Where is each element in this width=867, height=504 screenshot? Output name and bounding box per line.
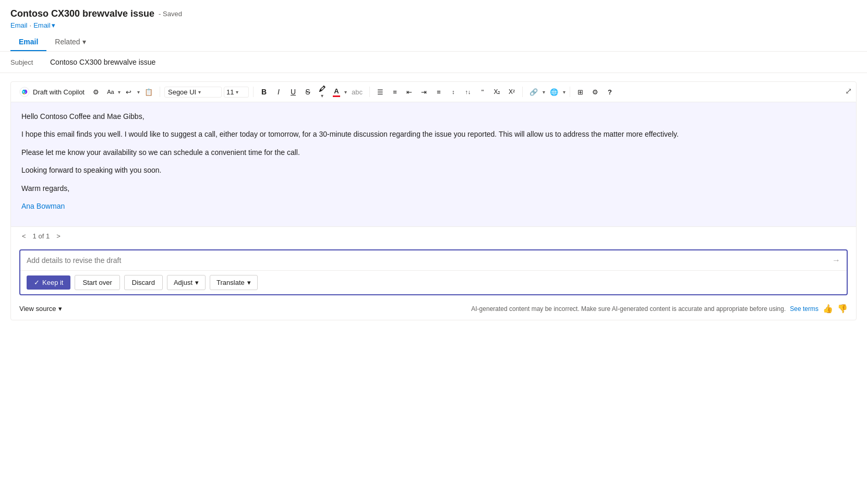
align-button[interactable]: ≡ (432, 85, 445, 99)
strikethrough2-button[interactable]: abc (349, 85, 365, 99)
font-color-chevron-icon: ▾ (344, 89, 347, 95)
thumbs-up-button[interactable]: 👍 (823, 304, 833, 314)
paragraph-style-button[interactable]: ↑↓ (462, 85, 474, 99)
keep-it-button[interactable]: ✓ Keep it (27, 275, 70, 290)
decrease-indent-button[interactable]: ⇤ (403, 85, 416, 99)
tab-related[interactable]: Related ▾ (46, 33, 94, 51)
view-source-button[interactable]: View source ▾ (19, 305, 62, 313)
toolbar-divider-4 (522, 87, 523, 97)
tab-email[interactable]: Email (10, 33, 46, 51)
paragraph1-text: I hope this email finds you well. I woul… (21, 128, 846, 140)
font-size-select[interactable]: 11 ▾ (224, 87, 249, 98)
increase-indent-button[interactable]: ⇥ (418, 85, 430, 99)
toolbar-options-btn[interactable]: ⚙ (90, 85, 102, 99)
paragraph-spacing-button[interactable]: ↕ (447, 85, 460, 99)
email-editor: ⤢ Draft with Copilot ⚙ Aa ▾ (10, 81, 857, 320)
breadcrumb-email2[interactable]: Email ▾ (33, 21, 55, 29)
undo-btn[interactable]: ↩ (123, 85, 135, 99)
revision-input-row: → (20, 250, 847, 270)
bullets-button[interactable]: ☰ (374, 85, 387, 99)
signature-text: Ana Bowman (21, 200, 846, 212)
link-chevron-icon: ▾ (543, 89, 545, 95)
underline-button[interactable]: U (287, 85, 299, 99)
strikethrough-button[interactable]: S (302, 85, 314, 99)
editor-content[interactable]: Hello Contoso Coffee and Mae Gibbs, I ho… (11, 102, 856, 226)
footer-disclaimer: AI-generated content may be incorrect. M… (471, 304, 848, 314)
font-size-btn[interactable]: Aa (104, 85, 117, 99)
font-family-select[interactable]: Segoe UI ▾ (164, 87, 222, 98)
subject-label: Subject (10, 58, 42, 66)
toolbar-divider-3 (369, 87, 370, 97)
quote-button[interactable]: " (476, 85, 489, 99)
subject-row: Subject Contoso CX300 brewvalve issue (0, 52, 867, 73)
breadcrumb-email1[interactable]: Email (10, 21, 28, 29)
paragraph2-text: Please let me know your availability so … (21, 147, 846, 158)
font-family-chevron-icon: ▾ (198, 89, 201, 95)
breadcrumb-chevron-icon: ▾ (52, 21, 55, 29)
toolbar-divider-1 (160, 87, 160, 97)
start-over-button[interactable]: Start over (75, 275, 119, 290)
revision-input[interactable] (27, 256, 832, 265)
more-options-button[interactable]: ⚙ (589, 85, 601, 99)
thumbs-down-button[interactable]: 👎 (837, 304, 848, 314)
prev-page-button[interactable]: < (19, 231, 29, 241)
page-counter: 1 of 1 (33, 232, 50, 240)
clipboard-btn[interactable]: 📋 (142, 85, 155, 99)
see-terms-link[interactable]: See terms (790, 305, 818, 313)
font-color-button[interactable]: A (331, 86, 342, 98)
font-color-bar (333, 95, 340, 97)
toolbar-divider-5 (570, 87, 570, 97)
undo-chevron-icon: ▾ (137, 89, 140, 95)
keep-checkmark-icon: ✓ (34, 279, 40, 286)
help-button[interactable]: ? (604, 85, 616, 99)
hyperlink-chevron-icon: ▾ (563, 89, 565, 95)
link-button[interactable]: 🔗 (527, 85, 540, 99)
editor-toolbar: Draft with Copilot ⚙ Aa ▾ ↩ ▾ 📋 Segoe UI… (11, 82, 856, 102)
highlight-chevron-icon: ▾ (321, 93, 323, 99)
subject-value: Contoso CX300 brewvalve issue (50, 58, 857, 66)
revision-actions-row: ✓ Keep it Start over Discard Adjust ▾ Tr… (20, 270, 847, 294)
toolbar-divider-2 (253, 87, 254, 97)
paragraph3-text: Looking forward to speaking with you soo… (21, 164, 846, 176)
subscript-button[interactable]: X₂ (491, 85, 503, 99)
hyperlink-button[interactable]: 🌐 (547, 85, 561, 99)
breadcrumb-separator: · (30, 21, 32, 29)
view-source-chevron-icon: ▾ (58, 305, 62, 313)
email-header: Contoso CX300 brewvalve issue - Saved Em… (0, 0, 867, 52)
font-size-chevron-icon: ▾ (118, 89, 121, 95)
copilot-button[interactable]: Draft with Copilot (16, 85, 88, 99)
closing-text: Warm regards, (21, 183, 846, 194)
saved-badge: - Saved (159, 10, 182, 18)
translate-chevron-icon: ▾ (247, 279, 251, 286)
footer-row: View source ▾ AI-generated content may b… (11, 299, 856, 320)
svg-point-1 (23, 91, 25, 93)
adjust-button[interactable]: Adjust ▾ (167, 275, 206, 290)
pagination-row: < 1 of 1 > (11, 226, 856, 245)
expand-button[interactable]: ⤢ (845, 86, 852, 96)
italic-button[interactable]: I (272, 85, 285, 99)
tabs: Email Related ▾ (10, 33, 857, 51)
related-chevron-icon: ▾ (82, 38, 86, 46)
revision-submit-button[interactable]: → (832, 256, 840, 265)
greeting-text: Hello Contoso Coffee and Mae Gibbs, (21, 111, 846, 122)
adjust-chevron-icon: ▾ (195, 279, 199, 286)
table-button[interactable]: ⊞ (574, 85, 587, 99)
highlight-button[interactable]: 🖍 ▾ (316, 85, 329, 99)
font-size-group: Aa ▾ (104, 85, 121, 99)
numbered-list-button[interactable]: ≡ (389, 85, 401, 99)
font-size-select-chevron-icon: ▾ (236, 89, 238, 95)
revision-box: → ✓ Keep it Start over Discard Adjust ▾ … (19, 249, 848, 295)
next-page-button[interactable]: > (54, 231, 63, 241)
page-title: Contoso CX300 brewvalve issue (10, 8, 154, 19)
copilot-icon (19, 87, 30, 97)
discard-button[interactable]: Discard (124, 275, 163, 290)
copilot-label: Draft with Copilot (33, 88, 85, 96)
bold-button[interactable]: B (258, 85, 270, 99)
translate-button[interactable]: Translate ▾ (210, 275, 258, 290)
breadcrumb: Email · Email ▾ (10, 21, 857, 29)
superscript-button[interactable]: X² (505, 85, 518, 99)
